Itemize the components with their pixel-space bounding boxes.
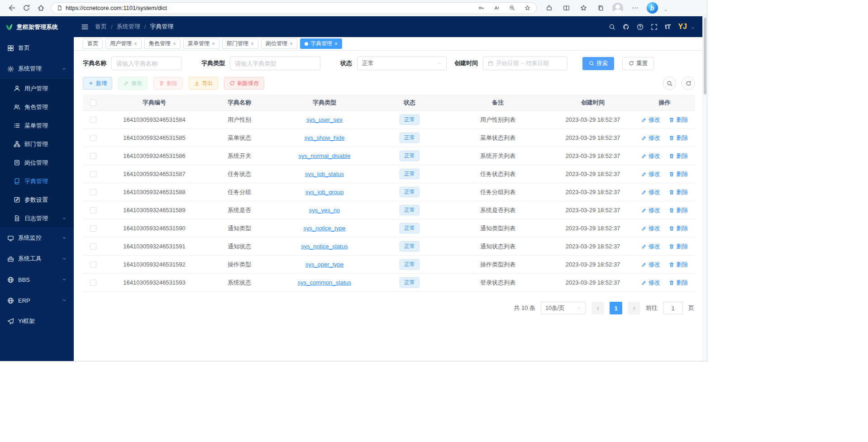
row-delete-button[interactable]: 删除 — [669, 224, 688, 233]
collections-icon[interactable] — [594, 1, 607, 14]
row-edit-button[interactable]: 修改 — [641, 152, 660, 160]
row-edit-button[interactable]: 修改 — [641, 224, 660, 233]
tab-home[interactable]: 首页 — [83, 38, 103, 49]
sidebar-item-erp[interactable]: ERP — [0, 290, 74, 311]
sidebar-item-param-settings[interactable]: 参数设置 — [0, 190, 74, 209]
row-checkbox[interactable] — [90, 225, 96, 232]
goto-page-input[interactable] — [663, 302, 683, 314]
split-screen-icon[interactable] — [559, 1, 573, 14]
dict-type-link[interactable]: sys_common_status — [298, 279, 352, 286]
sidebar-item-log-management[interactable]: 日志管理 — [0, 209, 74, 228]
extensions-icon[interactable] — [542, 1, 556, 14]
row-delete-button[interactable]: 删除 — [669, 116, 688, 124]
row-checkbox[interactable] — [90, 153, 96, 159]
row-checkbox[interactable] — [90, 243, 96, 250]
user-menu-caret-icon[interactable] — [691, 26, 695, 30]
dict-type-link[interactable]: sys_job_status — [305, 171, 344, 177]
edit-button[interactable]: 修改 — [118, 77, 148, 90]
page-size-select[interactable]: 10条/页 — [541, 302, 586, 314]
select-all-checkbox[interactable] — [90, 100, 96, 106]
tab-close-icon[interactable]: × — [212, 41, 215, 47]
prev-page-button[interactable]: ‹ — [591, 302, 604, 314]
row-checkbox[interactable] — [90, 171, 96, 177]
row-delete-button[interactable]: 删除 — [669, 206, 688, 214]
read-aloud-icon[interactable] — [491, 3, 503, 14]
address-bar[interactable]: https://ccnetcore.com:1101/system/dict — [51, 2, 537, 14]
app-logo[interactable]: 意框架管理系统 — [0, 16, 74, 38]
row-checkbox[interactable] — [90, 117, 96, 123]
page-scrollbar[interactable] — [702, 16, 707, 361]
font-size-icon[interactable]: tT — [665, 23, 671, 30]
dict-type-link[interactable]: sys_notice_type — [303, 225, 345, 232]
row-delete-button[interactable]: 删除 — [669, 188, 688, 196]
url-text[interactable]: https://ccnetcore.com:1101/system/dict — [66, 5, 472, 11]
sidebar-item-bbs[interactable]: BBS — [0, 269, 74, 290]
toggle-search-button[interactable] — [663, 76, 676, 90]
tab-dict-management[interactable]: 字典管理 × — [300, 38, 342, 49]
tab-menu-management[interactable]: 菜单管理 × — [183, 38, 219, 49]
sidebar-toggle-icon[interactable] — [81, 23, 89, 31]
row-edit-button[interactable]: 修改 — [641, 188, 660, 196]
zoom-icon[interactable] — [506, 3, 518, 14]
row-edit-button[interactable]: 修改 — [641, 170, 660, 178]
row-checkbox[interactable] — [90, 135, 96, 141]
row-edit-button[interactable]: 修改 — [641, 279, 660, 287]
sidebar-item-role-management[interactable]: 角色管理 — [0, 98, 74, 116]
profile-avatar[interactable] — [611, 1, 625, 14]
dict-type-link[interactable]: sys_show_hide — [305, 134, 345, 141]
tab-post-management[interactable]: 岗位管理 × — [261, 38, 297, 49]
sidebar-item-system-tools[interactable]: 系统工具 — [0, 248, 74, 269]
reset-button[interactable]: 重置 — [622, 57, 654, 70]
row-edit-button[interactable]: 修改 — [641, 134, 660, 142]
export-button[interactable]: 导出 — [189, 77, 218, 90]
row-delete-button[interactable]: 删除 — [669, 152, 688, 160]
row-edit-button[interactable]: 修改 — [641, 242, 660, 251]
delete-button[interactable]: 删除 — [153, 77, 183, 90]
fullscreen-icon[interactable] — [651, 24, 658, 30]
current-page-button[interactable]: 1 — [610, 302, 622, 314]
dict-type-link[interactable]: sys_yes_no — [309, 207, 340, 214]
more-menu-icon[interactable] — [628, 1, 642, 14]
row-checkbox[interactable] — [90, 280, 96, 286]
sidebar-item-menu-management[interactable]: 菜单管理 — [0, 116, 74, 135]
favorites-icon[interactable] — [577, 1, 590, 14]
row-checkbox[interactable] — [90, 189, 96, 195]
dict-type-link[interactable]: sys_job_group — [305, 189, 344, 195]
dict-type-link[interactable]: sys_normal_disable — [299, 152, 351, 159]
sidebar-item-dict-management[interactable]: 字典管理 — [0, 172, 74, 190]
scrollbar-thumb[interactable] — [704, 18, 706, 95]
tab-close-icon[interactable]: × — [334, 41, 338, 47]
refresh-table-button[interactable] — [682, 76, 695, 90]
header-search-icon[interactable] — [609, 24, 615, 30]
add-favorite-icon[interactable] — [521, 3, 534, 14]
refresh-cache-button[interactable]: 刷新缓存 — [224, 77, 264, 90]
dict-name-input[interactable] — [116, 60, 176, 67]
site-info-icon[interactable] — [57, 5, 62, 11]
tab-role-management[interactable]: 角色管理 × — [144, 38, 181, 49]
sidebar-item-yi-framework[interactable]: Yi框架 — [0, 311, 74, 332]
copilot-caret-icon[interactable] — [663, 8, 668, 13]
sidebar-item-user-management[interactable]: 用户管理 — [0, 79, 74, 98]
dict-type-link[interactable]: sys_oper_type — [305, 261, 344, 268]
sidebar-item-dept-management[interactable]: 部门管理 — [0, 135, 74, 153]
sidebar-item-system-management[interactable]: 系统管理 — [0, 58, 74, 79]
tab-close-icon[interactable]: × — [173, 41, 176, 47]
tab-dept-management[interactable]: 部门管理 × — [222, 38, 258, 49]
tab-user-management[interactable]: 用户管理 × — [105, 38, 142, 49]
copilot-icon[interactable]: b — [645, 1, 659, 14]
next-page-button[interactable]: › — [628, 302, 640, 314]
breadcrumb-system[interactable]: 系统管理 — [117, 23, 140, 31]
sidebar-item-home[interactable]: 首页 — [0, 38, 74, 58]
row-edit-button[interactable]: 修改 — [641, 206, 660, 214]
user-logo[interactable]: YJ — [678, 23, 687, 31]
search-button[interactable]: 搜索 — [582, 57, 614, 70]
breadcrumb-home[interactable]: 首页 — [95, 23, 107, 31]
reload-button[interactable] — [19, 1, 33, 14]
row-delete-button[interactable]: 删除 — [669, 242, 688, 251]
dict-type-link[interactable]: sys_notice_status — [301, 243, 348, 250]
tab-close-icon[interactable]: × — [251, 41, 254, 47]
row-edit-button[interactable]: 修改 — [641, 116, 660, 124]
row-delete-button[interactable]: 删除 — [669, 261, 688, 269]
github-icon[interactable] — [623, 24, 630, 30]
home-button[interactable] — [33, 1, 48, 14]
